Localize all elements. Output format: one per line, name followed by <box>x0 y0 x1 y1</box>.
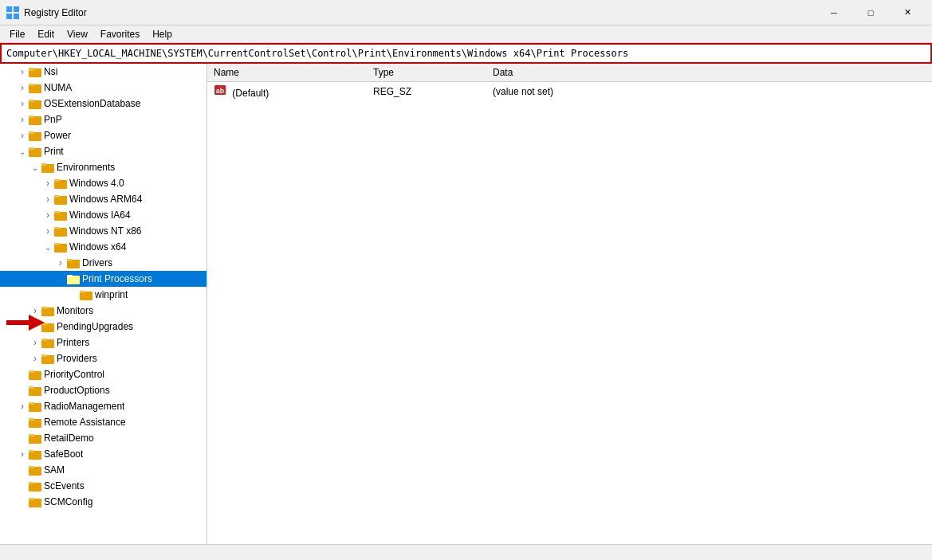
tree-item-remoteassist[interactable]: Remote Assistance <box>0 414 206 430</box>
main-content: Nsi NUMA OSExtensionDatabase PnP <box>0 64 932 544</box>
tree-item-drivers[interactable]: Drivers <box>0 255 206 271</box>
tree-item-printers[interactable]: Printers <box>0 335 206 350</box>
tree-item-retaildemo[interactable]: RetailDemo <box>0 430 206 446</box>
svg-rect-36 <box>41 307 47 309</box>
close-button[interactable]: ✕ <box>889 0 926 25</box>
arrow-shaft <box>6 320 30 325</box>
expand-osext[interactable] <box>16 96 29 112</box>
folder-icon-win40 <box>54 178 67 189</box>
tree-label-winntx86: Windows NT x86 <box>69 225 141 237</box>
tree-item-sam[interactable]: SAM <box>0 462 206 478</box>
tree-item-winia64[interactable]: Windows IA64 <box>0 207 206 223</box>
table-row[interactable]: ab (Default) REG_SZ (value not set) <box>207 82 932 101</box>
tree-item-scmconfig[interactable]: SCMConfig <box>0 494 206 510</box>
expand-pnp[interactable] <box>16 112 29 127</box>
menu-file[interactable]: File <box>3 27 31 41</box>
tree-label-pnp: PnP <box>44 114 62 125</box>
tree-label-osext: OSExtensionDatabase <box>44 98 140 109</box>
expand-drivers[interactable] <box>54 255 67 271</box>
svg-rect-18 <box>41 163 47 166</box>
tree-item-winx64[interactable]: Windows x64 <box>0 239 206 255</box>
tree-item-safeboot[interactable]: SafeBoot <box>0 446 206 462</box>
tree-item-winntx86[interactable]: Windows NT x86 <box>0 223 206 239</box>
svg-rect-52 <box>29 434 34 437</box>
expand-winarm64[interactable] <box>41 191 54 207</box>
menu-edit[interactable]: Edit <box>31 27 61 41</box>
tree-label-monitors: Monitors <box>57 305 93 316</box>
tree-item-scevents[interactable]: ScEvents <box>0 478 206 494</box>
expand-win40[interactable] <box>41 175 54 191</box>
folder-icon-numa <box>29 82 41 93</box>
tree-item-printproc[interactable]: Print Processors <box>0 271 206 287</box>
tree-label-winx64: Windows x64 <box>69 241 126 253</box>
tree-item-priorityctrl[interactable]: PriorityControl <box>0 366 206 382</box>
expand-winntx86[interactable] <box>41 223 54 239</box>
tree-panel: Nsi NUMA OSExtensionDatabase PnP <box>0 64 207 544</box>
svg-rect-26 <box>54 227 60 229</box>
svg-rect-42 <box>41 354 47 357</box>
column-name[interactable]: Name <box>207 64 367 82</box>
tree-item-winprint[interactable]: winprint <box>0 287 206 303</box>
svg-rect-56 <box>29 466 34 468</box>
address-bar[interactable]: Computer\HKEY_LOCAL_MACHINE\SYSTEM\Curre… <box>0 43 932 64</box>
column-type[interactable]: Type <box>367 64 486 82</box>
minimize-button[interactable]: ─ <box>816 0 852 25</box>
expand-numa[interactable] <box>16 80 29 96</box>
tree-label-providers: Providers <box>57 353 97 364</box>
tree-item-print[interactable]: Print <box>0 143 206 159</box>
expand-winia64[interactable] <box>41 207 54 223</box>
svg-rect-14 <box>29 131 34 134</box>
tree-item-radiomgmt[interactable]: RadioManagement <box>0 398 206 414</box>
folder-icon-winia64 <box>54 210 67 221</box>
tree-item-win40[interactable]: Windows 4.0 <box>0 175 206 191</box>
expand-nsi[interactable] <box>16 64 29 80</box>
tree-item-osext[interactable]: OSExtensionDatabase <box>0 96 206 112</box>
folder-icon-sam <box>29 464 41 476</box>
folder-icon-winprint <box>80 289 92 300</box>
title-bar: Registry Editor ─ □ ✕ <box>0 0 932 25</box>
tree-item-nsi[interactable]: Nsi <box>0 64 206 80</box>
tree-item-winarm64[interactable]: Windows ARM64 <box>0 191 206 207</box>
tree-item-power[interactable]: Power <box>0 127 206 143</box>
maximize-button[interactable]: □ <box>852 0 889 25</box>
expand-safeboot[interactable] <box>16 446 29 462</box>
svg-rect-32 <box>67 275 73 277</box>
expand-printproc[interactable] <box>54 271 67 287</box>
expand-environments[interactable] <box>29 159 41 175</box>
tree-label-winia64: Windows IA64 <box>69 210 131 221</box>
tree-label-productopts: ProductOptions <box>44 385 110 396</box>
expand-print[interactable] <box>16 143 29 159</box>
svg-rect-0 <box>6 6 12 12</box>
svg-rect-50 <box>29 418 34 421</box>
menu-view[interactable]: View <box>61 27 94 41</box>
svg-rect-30 <box>67 259 73 261</box>
expand-providers[interactable] <box>29 350 41 366</box>
expand-power[interactable] <box>16 127 29 143</box>
expand-printers[interactable] <box>29 335 41 350</box>
column-data[interactable]: Data <box>486 64 932 82</box>
expand-radiomgmt[interactable] <box>16 398 29 414</box>
tree-label-scmconfig: SCMConfig <box>44 496 92 507</box>
tree-label-environments: Environments <box>57 162 115 173</box>
tree-label-drivers: Drivers <box>82 257 112 268</box>
svg-rect-60 <box>29 498 34 500</box>
tree-item-productopts[interactable]: ProductOptions <box>0 382 206 398</box>
folder-icon-retaildemo <box>29 433 41 444</box>
tree-item-providers[interactable]: Providers <box>0 350 206 366</box>
detail-panel: Name Type Data ab (Default) <box>207 64 932 544</box>
tree-item-numa[interactable]: NUMA <box>0 80 206 96</box>
svg-rect-16 <box>29 147 34 150</box>
tree-label-numa: NUMA <box>44 82 72 93</box>
svg-rect-2 <box>6 14 12 19</box>
row-name: ab (Default) <box>207 82 367 101</box>
tree-label-priorityctrl: PriorityControl <box>44 369 104 380</box>
svg-rect-34 <box>80 291 85 293</box>
tree-item-pnp[interactable]: PnP <box>0 112 206 127</box>
arrow-indicator <box>6 315 45 331</box>
menu-favorites[interactable]: Favorites <box>94 27 146 41</box>
menu-help[interactable]: Help <box>146 27 179 41</box>
tree-label-retaildemo: RetailDemo <box>44 433 94 444</box>
detail-table: Name Type Data ab (Default) <box>207 64 932 100</box>
expand-winx64[interactable] <box>41 239 54 255</box>
tree-item-environments[interactable]: Environments <box>0 159 206 175</box>
